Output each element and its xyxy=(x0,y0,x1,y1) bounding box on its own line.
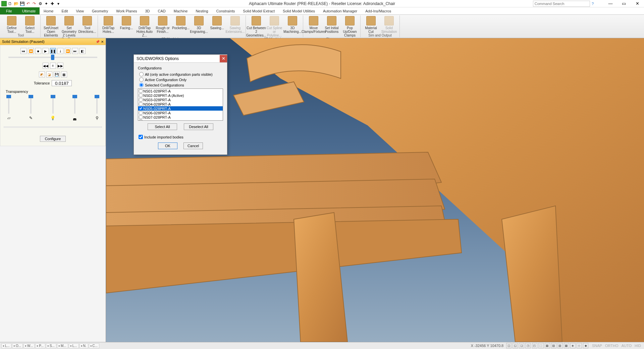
ribbon-button[interactable]: Rough or Finish... xyxy=(154,15,171,34)
status-tab[interactable]: ▸S... xyxy=(46,343,56,348)
vicon-2[interactable]: ◱ xyxy=(513,343,518,348)
sim-skip-start-icon[interactable]: ⏮ xyxy=(20,48,26,54)
tab-edit[interactable]: Edit xyxy=(57,7,72,14)
tab-solidextract[interactable]: Solid Model Extract xyxy=(239,7,279,14)
transp-slider-1[interactable]: ▱ xyxy=(6,95,12,120)
ribbon-button[interactable]: Pocketing... xyxy=(172,15,189,30)
ribbon-button[interactable]: Define Tool... xyxy=(3,15,20,34)
radio-all[interactable]: All (only active configuration parts vis… xyxy=(139,72,223,76)
ribbon-button[interactable]: Set/Unset Open Elements xyxy=(43,15,59,37)
configurations-listbox[interactable]: NS01-028PRT-ANS02-028PRT-A (Active)NS03-… xyxy=(138,89,223,121)
config-row-checkbox[interactable] xyxy=(139,98,143,102)
sim-ff-icon[interactable]: ⏩ xyxy=(65,48,71,54)
mode-snap[interactable]: SNAP xyxy=(591,344,603,348)
tab-addins[interactable]: Add-Ins/Macros xyxy=(361,7,395,14)
sim-fwd-icon[interactable]: ▶▶ xyxy=(57,63,63,69)
ribbon-button[interactable]: Tool Directions... xyxy=(79,15,96,34)
ribbon-button[interactable]: Drill/Tap Holes Auto Z... xyxy=(136,15,153,37)
sim-back-icon[interactable]: ◀◀ xyxy=(43,63,49,69)
tab-cad[interactable]: CAD xyxy=(154,7,170,14)
save-icon[interactable]: 💾 xyxy=(19,1,25,6)
tab-home[interactable]: Home xyxy=(40,7,57,14)
tab-solidutil[interactable]: Solid Model Utilities xyxy=(279,7,319,14)
vicon-8[interactable]: ▧ xyxy=(551,343,556,348)
config-list-row[interactable]: NS02-028PRT-A (Active) xyxy=(138,93,223,98)
ribbon-button[interactable]: 3D Machining... xyxy=(284,15,301,34)
config-row-checkbox[interactable] xyxy=(139,89,143,93)
sim-rewind-icon[interactable]: ⏪ xyxy=(28,48,34,54)
vicon-4[interactable]: ◳ xyxy=(525,343,531,348)
sim-stop-icon[interactable]: ■ xyxy=(35,48,41,54)
radio-selected[interactable]: Selected Configurations xyxy=(139,83,223,87)
sim-step-icon[interactable]: ⤓ xyxy=(57,48,63,54)
mode-hid[interactable]: HID xyxy=(634,344,642,348)
config-row-checkbox[interactable] xyxy=(139,111,143,115)
status-tab[interactable]: ▸C... xyxy=(89,343,100,348)
ribbon-button[interactable]: Sawing... xyxy=(209,15,225,30)
sim-opt2-icon[interactable]: ◪ xyxy=(46,71,52,77)
tab-workplanes[interactable]: Work Planes xyxy=(112,7,141,14)
pin-icon[interactable]: 📌 xyxy=(96,40,100,44)
config-row-checkbox[interactable] xyxy=(139,107,143,110)
vicon-9[interactable]: ▨ xyxy=(557,343,563,348)
sim-progress-slider[interactable] xyxy=(8,57,97,58)
status-tab[interactable]: ▸L... xyxy=(1,343,11,348)
vicon-10[interactable]: ▩ xyxy=(564,343,569,348)
tab-ultimate[interactable]: Ultimate xyxy=(18,7,40,14)
minimize-button[interactable]: — xyxy=(604,0,617,7)
tab-3d[interactable]: 3D xyxy=(141,7,154,14)
sim-play-icon[interactable]: ▶ xyxy=(43,48,49,54)
sim-skip-end-icon[interactable]: ⏭ xyxy=(72,48,78,54)
sim-opt1-icon[interactable]: ◩ xyxy=(39,71,45,77)
tab-file[interactable]: File xyxy=(0,7,18,14)
transp-slider-2[interactable]: ✎ xyxy=(28,95,34,120)
help-icon[interactable]: ? xyxy=(592,2,594,6)
config-row-checkbox[interactable] xyxy=(139,102,143,106)
transp-slider-4[interactable]: ◛ xyxy=(72,95,78,120)
new-icon[interactable]: 🗋 xyxy=(7,1,13,6)
vicon-3[interactable]: ◲ xyxy=(519,343,524,348)
vicon-1[interactable]: ◫ xyxy=(506,343,512,348)
vicon-13[interactable]: ◆ xyxy=(583,343,588,348)
vicon-6[interactable]: ⬚ xyxy=(538,343,544,348)
ribbon-button[interactable]: Set Geometry Z Levels xyxy=(61,15,77,37)
vicon-5[interactable]: ◰ xyxy=(532,343,537,348)
status-tab[interactable]: ▸L... xyxy=(69,343,79,348)
maximize-button[interactable]: ▭ xyxy=(617,0,631,7)
status-tab[interactable]: ▸M... xyxy=(57,343,68,348)
vicon-11[interactable]: ◈ xyxy=(570,343,576,348)
open-icon[interactable]: 📂 xyxy=(13,1,19,6)
redo-icon[interactable]: ↷ xyxy=(32,1,37,6)
dialog-close-icon[interactable]: ✕ xyxy=(220,55,227,62)
ribbon-button[interactable]: Select Tool... xyxy=(21,15,38,34)
dialog-titlebar[interactable]: SOLIDWORKS Options ✕ xyxy=(134,55,227,63)
transp-slider-3[interactable]: 💡 xyxy=(50,95,56,120)
tab-geometry[interactable]: Geometry xyxy=(88,7,112,14)
sim-equal-icon[interactable]: = xyxy=(50,63,56,69)
config-list-row[interactable]: NS06-028PRT-A xyxy=(138,111,223,115)
sim-grid-icon[interactable]: ▦ xyxy=(61,71,67,77)
mode-ortho[interactable]: ORTHO xyxy=(604,344,620,348)
config-list-row[interactable]: NS04-028PRT-A xyxy=(138,102,223,106)
ribbon-button[interactable]: Move Clamps/Fixtures xyxy=(305,15,322,34)
radio-active[interactable]: Active Configuration Only xyxy=(139,77,223,82)
ok-button[interactable]: OK xyxy=(158,142,177,149)
tab-constraints[interactable]: Constraints xyxy=(212,7,239,14)
tab-view[interactable]: View xyxy=(72,7,88,14)
config-list-row[interactable]: NS01-028PRT-A xyxy=(138,89,223,93)
ribbon-button[interactable]: Facing... xyxy=(118,15,135,30)
deselect-all-button[interactable]: Deselect All xyxy=(184,123,213,130)
config-list-row[interactable]: NS08-028PRT-A xyxy=(138,119,223,121)
vicon-7[interactable]: ▦ xyxy=(545,343,550,348)
status-tab[interactable]: ▸P... xyxy=(35,343,45,348)
close-button[interactable]: ✕ xyxy=(631,0,644,7)
status-tab[interactable]: ▸O... xyxy=(12,343,23,348)
sim-extra-icon[interactable]: ◧ xyxy=(79,48,86,54)
config-list-row[interactable]: NS05-028PRT-A xyxy=(138,106,223,111)
include-imported-checkbox[interactable]: Include imported bodies xyxy=(139,135,223,139)
ribbon-button[interactable]: Material Cut xyxy=(363,15,379,34)
status-tab[interactable]: ▸N. xyxy=(79,343,88,348)
tab-machine[interactable]: Machine xyxy=(170,7,192,14)
config-row-checkbox[interactable] xyxy=(139,94,143,97)
ribbon-button[interactable]: 3D Engraving... xyxy=(191,15,207,34)
